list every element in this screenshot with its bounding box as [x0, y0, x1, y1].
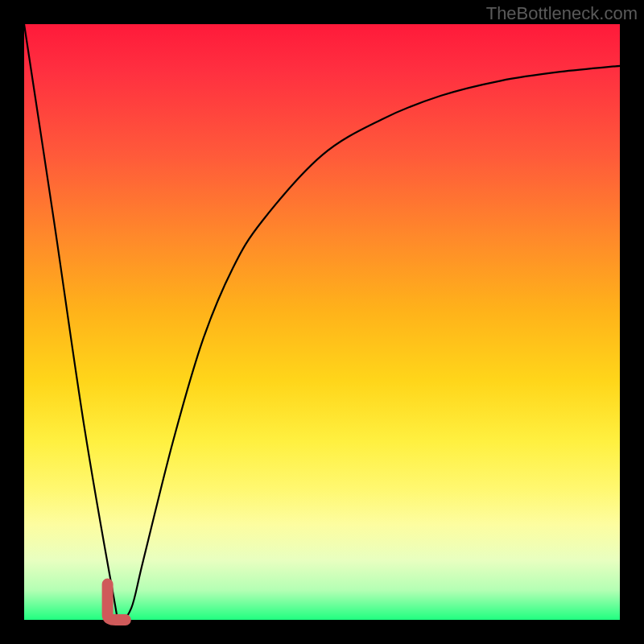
chart-frame: TheBottleneck.com [0, 0, 644, 644]
chart-plot-area [24, 24, 620, 620]
watermark-text: TheBottleneck.com [486, 3, 638, 24]
bottleneck-curve [24, 24, 620, 620]
